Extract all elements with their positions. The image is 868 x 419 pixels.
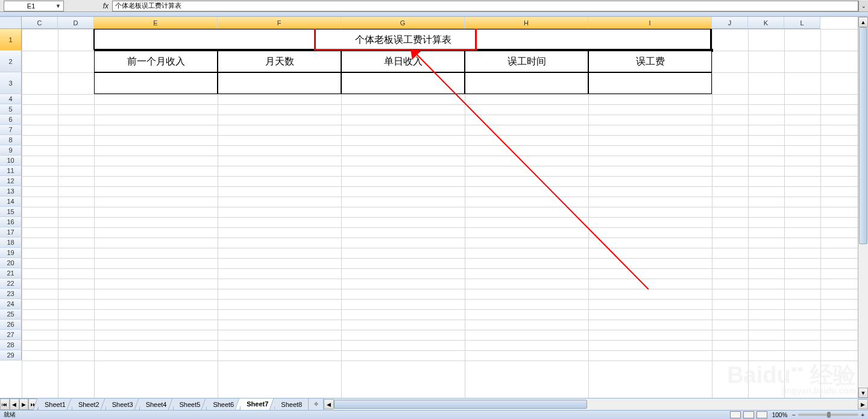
row-header-29[interactable]: 29: [0, 350, 22, 361]
zoom-knob[interactable]: [827, 412, 831, 418]
scroll-h-thumb[interactable]: [334, 400, 587, 409]
table-data-cell[interactable]: [588, 72, 712, 94]
nav-prev-icon[interactable]: ◀: [10, 399, 19, 410]
status-right: 100% − +: [730, 411, 864, 418]
cells-area[interactable]: 个体老板误工费计算表前一个月收入月天数单日收入误工时间误工费: [22, 29, 858, 398]
select-all-corner[interactable]: [0, 17, 22, 29]
column-header-J[interactable]: J: [712, 17, 748, 29]
status-bar: 就绪 100% − +: [0, 410, 868, 419]
column-header-F[interactable]: F: [218, 17, 341, 29]
row-header-16[interactable]: 16: [0, 217, 22, 227]
zoom-slider[interactable]: [798, 414, 858, 416]
table-header-cell[interactable]: 单日收入: [341, 51, 465, 72]
formula-input[interactable]: 个体老板误工费计算表: [112, 1, 858, 11]
nav-first-icon[interactable]: ⏮: [0, 399, 10, 410]
spacer: [0, 12, 868, 17]
new-sheet-icon[interactable]: ✧: [309, 399, 323, 410]
sheet-tab-bar: ⏮ ◀ ▶ ⏭ Sheet1Sheet2Sheet3Sheet4Sheet5Sh…: [0, 398, 868, 410]
column-header-L[interactable]: L: [784, 17, 820, 29]
scroll-h-track[interactable]: [334, 399, 858, 409]
scroll-down-icon[interactable]: ▼: [858, 388, 868, 398]
column-header-I[interactable]: I: [588, 17, 712, 29]
row-header-14[interactable]: 14: [0, 197, 22, 207]
zoom-percent[interactable]: 100%: [770, 412, 790, 418]
row-header-3[interactable]: 3: [0, 72, 22, 94]
sheet-tabs: Sheet1Sheet2Sheet3Sheet4Sheet5Sheet6Shee…: [39, 399, 309, 410]
row-header-2[interactable]: 2: [0, 51, 22, 72]
scroll-left-icon[interactable]: ◀: [324, 399, 334, 409]
scroll-v-thumb[interactable]: [859, 27, 867, 244]
expand-formula-bar-icon[interactable]: ⌄: [858, 1, 868, 11]
dropdown-icon[interactable]: ▼: [55, 3, 61, 9]
row-header-11[interactable]: 11: [0, 166, 22, 176]
row-header-12[interactable]: 12: [0, 176, 22, 186]
view-normal-icon[interactable]: [730, 411, 741, 418]
table-data-cell[interactable]: [465, 72, 588, 94]
row-header-27[interactable]: 27: [0, 330, 22, 340]
view-pagebreak-icon[interactable]: [756, 411, 767, 418]
row-header-21[interactable]: 21: [0, 268, 22, 279]
view-pagelayout-icon[interactable]: [743, 411, 754, 418]
row-header-25[interactable]: 25: [0, 309, 22, 320]
name-box[interactable]: E1 ▼: [4, 1, 64, 11]
table-header-cell[interactable]: 误工时间: [465, 51, 588, 72]
row-header-13[interactable]: 13: [0, 186, 22, 197]
row-header-4[interactable]: 4: [0, 94, 22, 104]
column-header-K[interactable]: K: [748, 17, 784, 29]
column-header-G[interactable]: G: [341, 17, 465, 29]
row-header-19[interactable]: 19: [0, 248, 22, 258]
column-headers: CDEFGHIJKL: [22, 17, 858, 29]
row-header-15[interactable]: 15: [0, 207, 22, 217]
row-header-10[interactable]: 10: [0, 156, 22, 166]
row-header-26[interactable]: 26: [0, 320, 22, 330]
formula-bar: E1 ▼ fx 个体老板误工费计算表 ⌄: [0, 0, 868, 12]
row-header-22[interactable]: 22: [0, 279, 22, 289]
status-ready: 就绪: [4, 411, 16, 419]
spreadsheet-grid: CDEFGHIJKL 12345678910111213141516171819…: [0, 17, 868, 398]
zoom-out-icon[interactable]: −: [792, 412, 796, 418]
row-header-6[interactable]: 6: [0, 115, 22, 125]
row-header-5[interactable]: 5: [0, 104, 22, 115]
row-header-28[interactable]: 28: [0, 340, 22, 350]
row-header-1[interactable]: 1: [0, 29, 22, 51]
row-header-20[interactable]: 20: [0, 258, 22, 268]
column-header-D[interactable]: D: [58, 17, 94, 29]
row-header-8[interactable]: 8: [0, 135, 22, 145]
fx-icon[interactable]: fx: [103, 2, 108, 10]
formula-value: 个体老板误工费计算表: [115, 1, 181, 10]
scroll-v-track[interactable]: [858, 27, 868, 388]
row-header-7[interactable]: 7: [0, 125, 22, 135]
horizontal-scrollbar[interactable]: ◀ ▶: [323, 399, 868, 410]
column-header-C[interactable]: C: [22, 17, 58, 29]
table-header-cell[interactable]: 月天数: [218, 51, 341, 72]
vertical-scrollbar[interactable]: ▲ ▼: [858, 17, 868, 398]
column-header-H[interactable]: H: [465, 17, 588, 29]
formula-icons: fx: [64, 2, 112, 10]
table-header-cell[interactable]: 误工费: [588, 51, 712, 72]
row-header-18[interactable]: 18: [0, 238, 22, 248]
table-data-cell[interactable]: [94, 72, 218, 94]
table-title[interactable]: 个体老板误工费计算表: [94, 29, 712, 51]
row-header-24[interactable]: 24: [0, 299, 22, 309]
zoom-in-icon[interactable]: +: [861, 412, 864, 418]
row-header-9[interactable]: 9: [0, 145, 22, 156]
row-header-17[interactable]: 17: [0, 227, 22, 238]
column-header-E[interactable]: E: [94, 17, 218, 29]
nav-next-icon[interactable]: ▶: [19, 399, 29, 410]
scroll-right-icon[interactable]: ▶: [858, 399, 868, 409]
table-header-cell[interactable]: 前一个月收入: [94, 51, 218, 72]
row-header-23[interactable]: 23: [0, 289, 22, 299]
sheet-tab-sheet8[interactable]: Sheet8: [275, 399, 309, 410]
table-data-cell[interactable]: [341, 72, 465, 94]
table-data-cell[interactable]: [218, 72, 341, 94]
name-box-value: E1: [7, 2, 55, 10]
scroll-up-icon[interactable]: ▲: [858, 17, 868, 27]
row-headers: 1234567891011121314151617181920212223242…: [0, 29, 22, 398]
